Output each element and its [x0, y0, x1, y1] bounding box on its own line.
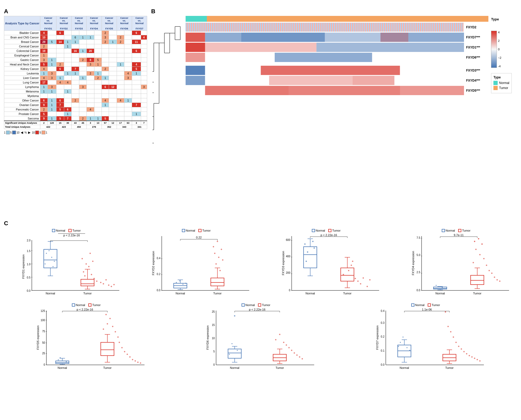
- gene-row-fxyd1: FXYD1***: [186, 43, 488, 52]
- panel-b-label: B: [151, 8, 512, 15]
- svg-rect-147: [304, 247, 317, 268]
- legend-box-10-blue: [12, 131, 16, 134]
- bp4-tumor-box: [458, 229, 461, 232]
- svg-text:2.0: 2.0: [27, 239, 30, 242]
- svg-point-254: [110, 318, 111, 319]
- svg-point-65: [54, 261, 55, 262]
- svg-point-165: [352, 261, 353, 262]
- bp2-legend-normal: Normal: [182, 229, 195, 232]
- scale-mid: 0: [498, 48, 501, 51]
- bp6-chart: 0 5 10 15 25: [187, 308, 335, 373]
- fxyd1-label: FXYD1***: [466, 46, 480, 49]
- svg-point-151: [304, 244, 306, 245]
- svg-point-299: [279, 334, 281, 335]
- bp1-chart: p < 2.22e-16 0.0 0.5 1.0 1.5 2.0: [17, 233, 126, 297]
- svg-point-62: [46, 253, 47, 254]
- legend-normal-text: Normal: [499, 81, 509, 85]
- svg-rect-41: [186, 86, 205, 95]
- col-fxyd6: Cancervs.NormalFXYD6: [117, 16, 132, 31]
- svg-rect-32: [372, 53, 464, 62]
- row-sarcoma: Sarcoma: [4, 116, 40, 121]
- svg-point-80: [84, 275, 86, 277]
- svg-rect-25: [380, 33, 408, 42]
- legend-tumor-color: [493, 86, 498, 90]
- bp3-normal-label: Normal: [316, 229, 325, 232]
- svg-text:Normal: Normal: [305, 292, 315, 295]
- gene-row-fxyd6: FXYD6***: [186, 53, 488, 62]
- svg-point-345: [461, 348, 462, 350]
- row-gastric: Gastric Cancer: [4, 58, 40, 62]
- svg-point-153: [307, 251, 308, 253]
- col-fxyd1: Cancervs.NormalFXYD1: [40, 16, 56, 31]
- svg-point-330: [402, 337, 404, 338]
- svg-rect-116: [211, 278, 224, 286]
- heatmap-rows: FXYD2 FXYD7***: [186, 23, 488, 95]
- svg-point-87: [108, 285, 110, 286]
- svg-point-81: [91, 274, 92, 275]
- boxplot-fxyd5: Normal Tumor 0 25 50 75 100 125: [4, 303, 168, 373]
- svg-point-196: [442, 287, 443, 288]
- svg-text:FXYD6 expression: FXYD6 expression: [206, 325, 209, 350]
- footer-total-label: Total Unique Analyses: [4, 125, 40, 129]
- svg-point-307: [302, 358, 303, 360]
- svg-point-256: [112, 326, 113, 327]
- bp2-legend-tumor: Tumor: [198, 229, 211, 232]
- svg-text:FXYD4 expression: FXYD4 expression: [411, 251, 415, 275]
- bp7-chart: 0.0 0.1 0.2 0.3 0.4: [357, 308, 505, 373]
- row-esophageal: Esophageal Cancer: [4, 53, 40, 58]
- svg-rect-21: [186, 33, 205, 42]
- gene-row-fxyd4: FXYD4***: [186, 76, 488, 85]
- svg-rect-31: [275, 53, 372, 62]
- svg-text:0.3: 0.3: [381, 321, 384, 324]
- svg-point-267: [140, 362, 141, 364]
- fxyd6-label: FXYD6***: [466, 56, 480, 59]
- svg-point-171: [369, 279, 371, 281]
- row-brain: Brain and CNS Cancer: [4, 35, 40, 40]
- svg-text:200: 200: [286, 271, 290, 274]
- boxplot-fxyd2: Normal Tumor 0.0 0.2 0.4: [134, 229, 259, 298]
- row-cervical: Cervical Cancer: [4, 44, 40, 49]
- svg-point-215: [499, 281, 501, 282]
- svg-point-111: [182, 284, 183, 285]
- row-lymphoma: Lymphoma: [4, 85, 40, 89]
- type-bar-normal: [186, 16, 207, 22]
- svg-point-303: [291, 350, 292, 351]
- svg-point-288: [234, 315, 235, 317]
- svg-point-339: [445, 311, 446, 313]
- row-headneck: Head and Neck Cancer: [4, 62, 40, 67]
- svg-text:0: 0: [213, 363, 215, 366]
- svg-point-84: [100, 282, 102, 283]
- fxyd4-label: FXYD4***: [466, 79, 480, 82]
- col-fxyd5: Cancervs.NormalFXYD5: [102, 16, 117, 31]
- svg-point-75: [86, 263, 87, 265]
- row-colorectal: Colorectal Cancer: [4, 49, 40, 53]
- svg-point-112: [179, 280, 180, 281]
- bp3-svg: 0 200 400 600: [277, 233, 386, 297]
- svg-rect-39: [269, 76, 353, 85]
- svg-point-340: [448, 326, 449, 327]
- scale-max: 4: [498, 31, 501, 34]
- svg-text:FXYD1 expression: FXYD1 expression: [22, 254, 25, 279]
- bp4-svg: 0.0 2.5 5.0 7.5: [407, 233, 516, 297]
- svg-rect-29: [186, 53, 205, 62]
- svg-text:FXYD2 expression: FXYD2 expression: [152, 251, 155, 275]
- svg-point-203: [474, 241, 475, 242]
- svg-point-289: [231, 343, 233, 344]
- legend-box-5-red: [42, 131, 45, 134]
- svg-text:Normal: Normal: [230, 366, 239, 369]
- bp1-pvalue-text: p < 2.22e-16: [58, 233, 85, 237]
- svg-point-260: [121, 347, 123, 348]
- svg-rect-284: [228, 349, 241, 358]
- row-pancreatic: Pancreatic Cancer: [4, 107, 40, 112]
- panel-a: A Analysis Type by Cancer Cancervs.Norma…: [4, 8, 147, 134]
- svg-point-125: [222, 259, 224, 261]
- svg-point-212: [491, 273, 493, 274]
- svg-rect-24: [325, 33, 380, 42]
- svg-text:0.5: 0.5: [27, 276, 30, 279]
- svg-point-244: [66, 361, 67, 362]
- svg-text:Tumor: Tumor: [213, 292, 222, 295]
- svg-point-77: [92, 261, 94, 262]
- type-bar-label: Type: [491, 17, 499, 21]
- bp2-normal-label: Normal: [186, 229, 195, 232]
- legend-tumor: Tumor: [493, 86, 509, 90]
